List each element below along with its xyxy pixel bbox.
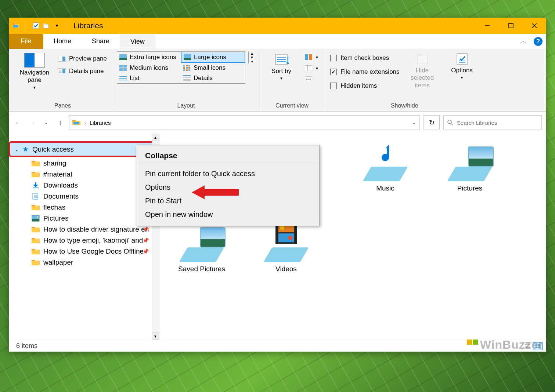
svg-rect-20	[184, 58, 191, 60]
search-icon	[447, 120, 453, 126]
sidebar-item-label: Documents	[43, 192, 79, 200]
breadcrumb-separator-icon: ›	[84, 120, 86, 126]
svg-rect-25	[183, 65, 185, 66]
svg-rect-29	[186, 67, 188, 69]
svg-rect-73	[32, 219, 39, 221]
sidebar-item-label: How to disable driver signature en	[43, 225, 149, 233]
svg-rect-11	[62, 57, 65, 61]
maximize-button[interactable]	[499, 18, 523, 34]
new-folder-icon[interactable]	[43, 22, 50, 29]
svg-rect-32	[186, 69, 188, 71]
group-label-panes: Panes	[16, 100, 109, 110]
up-button[interactable]: ↑	[55, 119, 65, 127]
sort-by-button[interactable]: Sort by ▼	[263, 51, 300, 82]
svg-rect-82	[32, 260, 35, 261]
status-bar: 6 items	[9, 340, 546, 352]
svg-rect-31	[183, 69, 185, 71]
svg-rect-1	[12, 23, 15, 25]
sidebar-item-label: How to Use Google Docs Offline	[43, 247, 144, 255]
svg-rect-47	[305, 65, 312, 71]
svg-point-89	[288, 236, 292, 240]
svg-rect-80	[32, 249, 35, 250]
hide-selected-button: Hide selected items	[404, 51, 441, 91]
chevron-down-icon: ⌄	[15, 146, 19, 152]
address-bar[interactable]: › Libraries ⌄	[69, 115, 420, 130]
context-menu-open-new-window[interactable]: Open in new window	[136, 208, 319, 221]
layout-list[interactable]: List	[117, 73, 181, 83]
library-item-label: Saved Pictures	[178, 265, 225, 273]
quick-access-toolbar: ▼	[9, 21, 69, 31]
sidebar-scroll-up[interactable]: ▲	[152, 134, 159, 141]
navigation-row: ← → ⌄ ↑ › Libraries ⌄ ↻ Search Libraries	[9, 112, 546, 134]
collapse-ribbon-icon[interactable]: ︿	[520, 37, 526, 45]
file-extensions-toggle[interactable]: ✓File name extensions	[329, 66, 401, 78]
svg-point-74	[37, 216, 38, 218]
library-item[interactable]: Music	[354, 141, 417, 192]
layout-medium[interactable]: Medium icons	[117, 63, 181, 73]
back-button[interactable]: ←	[13, 119, 24, 127]
tab-view[interactable]: View	[120, 34, 155, 49]
layout-extra-large[interactable]: Extra large icons	[117, 52, 181, 63]
library-item[interactable]: Videos	[255, 222, 317, 273]
options-button[interactable]: Options ▼	[444, 51, 480, 81]
svg-rect-37	[183, 75, 191, 76]
preview-pane-button[interactable]: Preview pane	[56, 54, 109, 64]
recent-locations-button[interactable]: ⌄	[41, 120, 51, 125]
minimize-button[interactable]	[476, 18, 499, 34]
quick-access-label: Quick access	[32, 145, 74, 153]
breadcrumb-libraries[interactable]: Libraries	[90, 120, 111, 126]
forward-button[interactable]: →	[27, 119, 37, 127]
layout-details[interactable]: Details	[181, 73, 245, 83]
navigation-pane-button[interactable]: Navigation pane ▼	[16, 51, 53, 91]
tab-share[interactable]: Share	[82, 34, 120, 49]
sidebar-item[interactable]: How to Use Google Docs Offline📌	[9, 246, 159, 257]
titlebar: ▼ Libraries	[9, 18, 546, 34]
tab-file[interactable]: File	[9, 34, 43, 49]
svg-rect-13	[62, 69, 65, 73]
svg-rect-71	[32, 205, 35, 206]
layout-scroll-up[interactable]: ▲	[249, 51, 255, 55]
svg-rect-33	[188, 69, 190, 71]
library-icon	[180, 222, 224, 262]
options-label: Options	[451, 67, 473, 74]
group-by-button[interactable]: ▼	[303, 53, 321, 62]
address-dropdown-icon[interactable]: ⌄	[412, 120, 416, 125]
svg-rect-4	[43, 24, 48, 28]
qat-customize-icon[interactable]: ▼	[55, 23, 59, 28]
hidden-items-toggle[interactable]: Hidden items	[329, 80, 401, 92]
sidebar-quick-access[interactable]: ⌄ ★ Quick access	[10, 143, 154, 156]
size-columns-button[interactable]	[303, 75, 321, 84]
layout-scroll-down[interactable]: ▼	[249, 55, 255, 59]
pin-icon: 📌	[143, 237, 149, 243]
close-button[interactable]	[523, 18, 546, 34]
layout-expand[interactable]: ▾	[249, 59, 255, 63]
library-item[interactable]: Pictures	[439, 141, 501, 192]
svg-rect-30	[188, 67, 190, 69]
svg-point-59	[448, 120, 451, 124]
group-label-show-hide: Show/hide	[329, 100, 480, 110]
svg-rect-27	[188, 65, 190, 66]
refresh-button[interactable]: ↻	[424, 115, 440, 130]
ribbon-tab-strip: File Home Share View ︿ ?	[9, 34, 546, 49]
tab-home[interactable]: Home	[43, 34, 82, 49]
add-columns-button[interactable]: ▼	[303, 64, 321, 73]
library-item[interactable]: Saved Pictures	[170, 222, 233, 273]
sidebar-item[interactable]: How to type emoji, 'kaomoji' and📌	[9, 235, 159, 246]
sidebar-scroll-down[interactable]: ▼	[152, 333, 159, 340]
context-menu-pin-quick-access[interactable]: Pin current folder to Quick access	[136, 167, 319, 181]
sort-by-label: Sort by	[271, 68, 291, 75]
sidebar-item[interactable]: wallpaper	[9, 257, 159, 268]
layout-large[interactable]: Large icons	[181, 52, 245, 63]
watermark-logo-icon	[467, 340, 478, 351]
library-item-label: Videos	[275, 265, 297, 273]
svg-rect-64	[32, 172, 35, 173]
properties-icon[interactable]	[33, 22, 39, 29]
layout-small[interactable]: Small icons	[181, 63, 245, 73]
navigation-pane-label: Navigation pane	[18, 69, 51, 84]
context-menu-collapse[interactable]: Collapse	[136, 150, 319, 164]
item-checkboxes-toggle[interactable]: Item check boxes	[329, 52, 401, 64]
help-icon[interactable]: ?	[534, 37, 543, 46]
search-input[interactable]: Search Libraries	[443, 115, 542, 130]
group-label-layout: Layout	[117, 100, 255, 110]
details-pane-button[interactable]: Details pane	[56, 66, 109, 76]
